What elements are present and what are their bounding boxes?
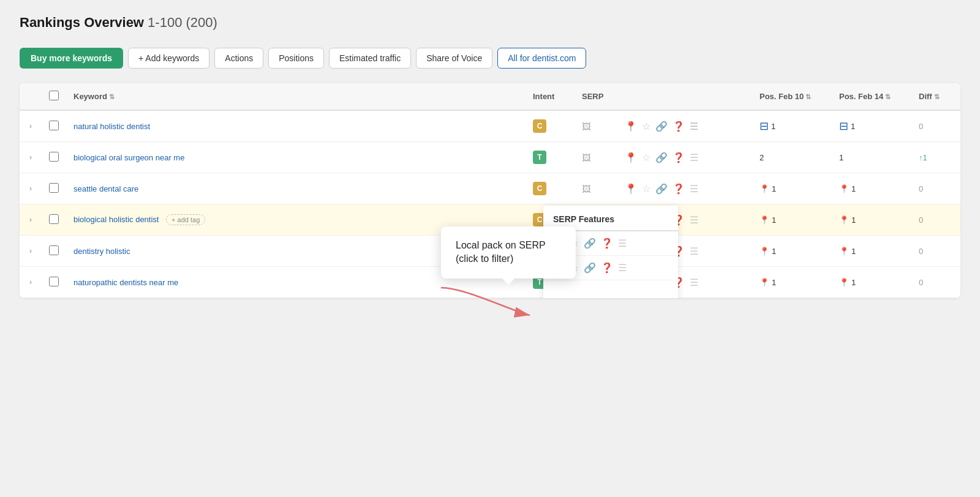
intent-badge: C [533,119,546,133]
toolbar: Buy more keywords + Add keywords Actions… [20,48,960,69]
pos-feb10-cell: 2 [760,153,824,162]
serp-features-icons: 📍 ☆ 🔗 ❓ ☰ [625,152,745,163]
positions-button[interactable]: Positions [268,48,324,69]
pin-pos-icon: 📍 [760,247,769,256]
link-icon[interactable]: 🔗 [655,183,668,195]
table-header-row: Keyword Intent SERP Pos. Feb 10 Pos. Feb… [20,83,960,110]
tooltip-text: Local pack on SERP (click to filter) [456,240,546,264]
expand-button[interactable]: › [27,183,34,194]
keyword-link[interactable]: seattle dental care [74,184,138,193]
pos-feb10-cell: 📍 1 [760,247,824,256]
th-diff[interactable]: Diff [911,83,960,110]
pin-pos-icon2: 📍 [839,215,849,225]
pos-feb10-cell: 📍 1 [760,215,824,225]
expand-button[interactable]: › [27,152,34,163]
th-pos-feb14[interactable]: Pos. Feb 14 [832,83,911,110]
question-icon[interactable]: ❓ [673,121,685,132]
pos-value: 1 [771,122,775,131]
list-pos-icon2: ⊟ [839,119,848,133]
select-all-checkbox[interactable] [49,91,59,100]
th-serp: SERP [575,83,617,110]
estimated-traffic-button[interactable]: Estimated traffic [329,48,411,69]
table-row: › natural holistic dentist C 🖼 📍 ☆ 🔗 ❓ ☰ [20,110,960,142]
pin-icon[interactable]: 📍 [625,183,637,195]
page-title: Rankings Overview 1-100 (200) [20,15,960,31]
row-checkbox[interactable] [49,277,59,286]
pos-value2: 1 [851,122,855,131]
row-checkbox[interactable] [49,245,59,255]
th-serp-features [617,83,752,110]
serp-features-icons: 📍 ☆ 🔗 ❓ ☰ [625,183,745,195]
th-keyword[interactable]: Keyword [66,83,526,110]
question-icon[interactable]: ❓ [601,237,613,249]
pos-value: 1 [772,215,776,225]
list-icon[interactable]: ☰ [690,214,698,226]
row-checkbox[interactable] [49,183,59,193]
diff-cell: 0 [911,173,960,204]
serp-features-row [543,280,678,298]
local-pack-tooltip: Local pack on SERP (click to filter) [441,226,576,278]
add-tag-button[interactable]: + add tag [166,214,205,225]
pos-feb14-cell: ⊟ 1 [839,119,904,133]
list-pos-icon: ⊟ [760,119,769,133]
expand-button[interactable]: › [27,214,34,225]
question-icon[interactable]: ❓ [673,152,685,163]
question-icon[interactable]: ❓ [601,262,613,274]
list-icon[interactable]: ☰ [618,262,627,274]
keyword-link[interactable]: naturopathic dentists near me [74,278,178,287]
pos-feb14-cell: 1 [839,153,904,162]
keyword-link[interactable]: biological oral surgeon near me [74,153,184,162]
pin-pos-icon: 📍 [760,184,769,193]
link-icon[interactable]: 🔗 [584,237,596,249]
share-of-voice-button[interactable]: Share of Voice [416,48,492,69]
title-range: 1-100 (200) [148,15,217,30]
th-pos-feb10[interactable]: Pos. Feb 10 [752,83,832,110]
pin-icon[interactable]: 📍 [625,121,637,132]
pin-pos-icon2: 📍 [839,278,849,287]
domain-filter-button[interactable]: All for dentist.com [497,48,586,69]
pin-icon[interactable]: 📍 [625,152,637,163]
keyword-link[interactable]: natural holistic dentist [74,122,150,131]
star-icon[interactable]: ☆ [642,121,650,132]
pos-feb14-cell: 📍 1 [839,184,904,193]
row-checkbox[interactable] [49,214,59,224]
pos-feb10-cell: 📍 1 [760,278,824,287]
serp-image-icon: 🖼 [582,184,591,194]
pin-pos-icon: 📍 [760,278,769,287]
list-icon[interactable]: ☰ [690,183,698,195]
pos-value2: 1 [851,278,856,287]
table-row: › biological oral surgeon near me T 🖼 📍 … [20,142,960,173]
pos-value: 1 [772,247,776,256]
list-icon[interactable]: ☰ [618,237,627,249]
link-icon[interactable]: 🔗 [655,152,668,163]
pos-feb14-cell: 📍 1 [839,278,904,287]
intent-badge: C [533,182,546,195]
pos-feb14-cell: 📍 1 [839,215,904,225]
diff-cell: 0 [911,267,960,298]
pos-value2: 1 [851,215,856,225]
keyword-link[interactable]: dentistry holistic [74,247,130,256]
list-icon[interactable]: ☰ [690,121,698,132]
expand-button[interactable]: › [27,277,34,288]
star-icon[interactable]: ☆ [642,152,650,163]
expand-button[interactable]: › [27,245,34,256]
expand-button[interactable]: › [27,121,34,132]
serp-image-icon: 🖼 [582,152,591,163]
list-icon[interactable]: ☰ [690,245,698,257]
serp-features-icons: 📍 ☆ 🔗 ❓ ☰ [625,121,745,132]
star-icon[interactable]: ☆ [642,183,650,195]
row-checkbox[interactable] [49,152,59,162]
question-icon[interactable]: ❓ [673,183,685,195]
link-icon[interactable]: 🔗 [655,121,668,132]
list-icon[interactable]: ☰ [690,277,698,288]
th-checkbox [42,83,66,110]
link-icon[interactable]: 🔗 [584,262,596,274]
row-checkbox[interactable] [49,121,59,130]
list-icon[interactable]: ☰ [690,152,698,163]
pos-value: 2 [760,153,764,162]
buy-keywords-button[interactable]: Buy more keywords [20,48,123,69]
keyword-link[interactable]: biological holistic dentist [74,215,159,224]
add-keywords-button[interactable]: + Add keywords [128,48,209,69]
actions-button[interactable]: Actions [214,48,263,69]
diff-cell: 0 [911,204,960,236]
